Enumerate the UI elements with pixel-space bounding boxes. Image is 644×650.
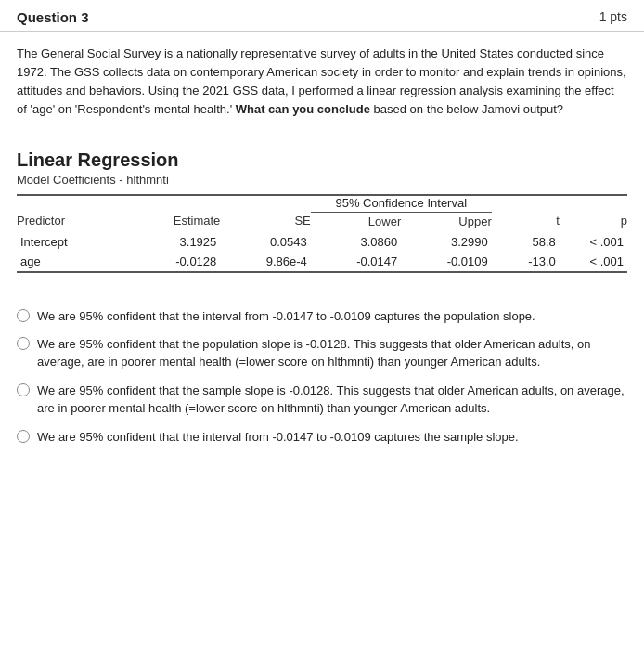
ci-header-cell: 95% Confidence Interval <box>311 195 492 213</box>
table-cell: -0.0147 <box>311 252 401 272</box>
option-text-3: We are 95% confident that the sample slo… <box>37 383 627 418</box>
col-predictor-header: Predictor <box>17 212 119 232</box>
radio-circle-2[interactable] <box>17 337 30 350</box>
question-title: Question 3 <box>17 9 89 25</box>
option-item-2[interactable]: We are 95% confident that the population… <box>17 336 627 371</box>
option-text-2: We are 95% confident that the population… <box>37 336 627 371</box>
table-cell: 9.86e-4 <box>220 252 310 272</box>
option-text-1: We are 95% confident that the interval f… <box>37 308 535 326</box>
table-cell: 3.0860 <box>311 232 401 252</box>
col-upper-header: Upper <box>401 212 491 232</box>
regression-table: 95% Confidence Interval Predictor Estima… <box>17 194 627 273</box>
radio-circle-1[interactable] <box>17 309 30 322</box>
option-item-4[interactable]: We are 95% confident that the interval f… <box>17 429 627 447</box>
table-cell: < .001 <box>560 232 627 252</box>
regression-title: Linear Regression <box>17 150 627 171</box>
col-p-header: p <box>560 212 627 232</box>
pts-label: 1 pts <box>599 9 627 24</box>
table-col-header-row: Predictor Estimate SE Lower Upper t p <box>17 212 627 232</box>
radio-circle-3[interactable] <box>17 384 30 396</box>
description-body: The General Social Survey is a nationall… <box>17 46 626 116</box>
option-item-3[interactable]: We are 95% confident that the sample slo… <box>17 383 627 418</box>
table-cell: 58.8 <box>492 232 560 252</box>
options-container: We are 95% confident that the interval f… <box>17 308 627 447</box>
col-lower-header: Lower <box>311 212 401 232</box>
table-row: age-0.01289.86e-4-0.0147-0.0109-13.0< .0… <box>17 252 627 272</box>
table-row: Intercept3.19250.05433.08603.299058.8< .… <box>17 232 627 252</box>
option-item-1[interactable]: We are 95% confident that the interval f… <box>17 308 627 326</box>
col-se-header: SE <box>220 212 310 232</box>
options-section: We are 95% confident that the interval f… <box>0 299 644 467</box>
radio-circle-4[interactable] <box>17 430 30 443</box>
table-cell: -0.0128 <box>119 252 221 272</box>
table-top-border-row: 95% Confidence Interval <box>17 195 627 213</box>
model-subtitle: Model Coefficients - hlthmnti <box>17 173 627 187</box>
description-text: The General Social Survey is a nationall… <box>0 32 644 129</box>
empty-cell-1 <box>17 195 311 213</box>
empty-cell-2 <box>492 195 627 213</box>
table-cell: < .001 <box>560 252 627 272</box>
table-body: Intercept3.19250.05433.08603.299058.8< .… <box>17 232 627 272</box>
table-cell: Intercept <box>17 232 119 252</box>
header: Question 3 1 pts <box>0 0 644 32</box>
col-estimate-header: Estimate <box>119 212 221 232</box>
table-cell: age <box>17 252 119 272</box>
regression-section: Linear Regression Model Coefficients - h… <box>0 140 644 288</box>
table-cell: -0.0109 <box>401 252 491 272</box>
table-cell: 3.1925 <box>119 232 221 252</box>
table-cell: -13.0 <box>492 252 560 272</box>
option-text-4: We are 95% confident that the interval f… <box>37 429 519 447</box>
table-cell: 3.2990 <box>401 232 491 252</box>
col-t-header: t <box>492 212 560 232</box>
table-cell: 0.0543 <box>220 232 310 252</box>
